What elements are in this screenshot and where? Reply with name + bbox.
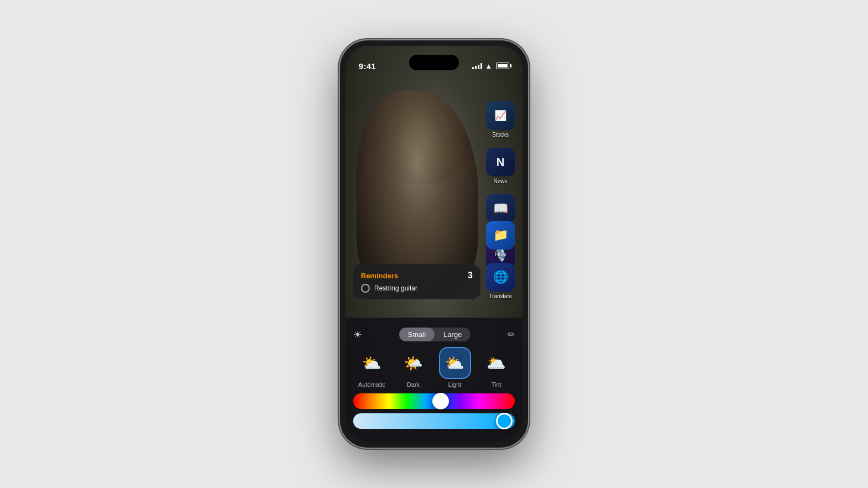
phone-frame: 9:41 ▲ 📈 Stocks xyxy=(340,40,528,448)
automatic-icon-bg[interactable]: ⛅ xyxy=(356,347,388,379)
weather-style-row: ⛅ Automatic 🌤️ Dark ⛅ Light xyxy=(345,344,523,390)
weather-automatic[interactable]: ⛅ Automatic xyxy=(356,347,388,388)
reminder-header: Reminders 3 xyxy=(361,271,473,281)
automatic-icon: ⛅ xyxy=(362,354,381,372)
app-icon-item-news[interactable]: N News xyxy=(486,148,515,184)
reminder-item: Restring guitar xyxy=(361,284,473,293)
bottom-icons-col: 📁 Files 🌐 Translate xyxy=(486,221,515,299)
weather-light[interactable]: ⛅ Light xyxy=(439,347,471,388)
reminder-title: Reminders xyxy=(361,272,398,280)
translate-label: Translate xyxy=(489,293,512,299)
blue-slider[interactable] xyxy=(353,413,515,429)
middle-row: Reminders 3 Restring guitar 📁 Files xyxy=(353,221,515,299)
news-icon-glyph: N xyxy=(497,156,504,169)
blue-thumb[interactable] xyxy=(496,413,513,429)
size-small-label: Small xyxy=(408,330,426,339)
translate-icon-glyph: 🌐 xyxy=(493,270,508,284)
files-app-icon[interactable]: 📁 xyxy=(486,221,515,250)
dynamic-island xyxy=(409,55,459,70)
brightness-icon: ☀ xyxy=(353,329,362,341)
stocks-icon-glyph: 📈 xyxy=(494,110,507,122)
wifi-icon: ▲ xyxy=(485,62,492,70)
app-icon-item-files[interactable]: 📁 Files xyxy=(486,221,515,257)
books-app-icon[interactable]: 📖 xyxy=(486,194,515,223)
translate-app-icon[interactable]: 🌐 xyxy=(486,263,515,292)
weather-dark[interactable]: 🌤️ Dark xyxy=(397,347,430,388)
status-time: 9:41 xyxy=(359,61,376,71)
size-large-option[interactable]: Large xyxy=(435,328,471,341)
light-icon: ⛅ xyxy=(445,354,464,372)
tint-label: Tint xyxy=(492,381,502,388)
dark-icon-bg[interactable]: 🌤️ xyxy=(397,347,430,379)
files-icon-glyph: 📁 xyxy=(493,228,508,242)
app-icon-item-stocks[interactable]: 📈 Stocks xyxy=(486,101,515,138)
reminder-text: Restring guitar xyxy=(374,284,417,292)
tint-icon: 🌥️ xyxy=(487,354,506,372)
size-small-option[interactable]: Small xyxy=(399,328,435,341)
books-icon-glyph: 📖 xyxy=(493,201,508,216)
size-toggle[interactable]: Small Large xyxy=(399,328,471,341)
reminder-widget[interactable]: Reminders 3 Restring guitar xyxy=(353,264,480,299)
rainbow-thumb[interactable] xyxy=(432,393,449,409)
pencil-icon[interactable]: ✏ xyxy=(508,329,515,340)
dark-icon: 🌤️ xyxy=(404,354,423,372)
news-app-icon[interactable]: N xyxy=(486,148,515,176)
news-label: News xyxy=(493,178,507,184)
rainbow-slider[interactable] xyxy=(353,393,515,409)
signal-icon xyxy=(472,63,482,69)
light-label: Light xyxy=(448,381,462,388)
stocks-app-icon[interactable]: 📈 xyxy=(486,101,515,130)
reminder-count: 3 xyxy=(468,271,473,281)
color-sliders xyxy=(345,390,523,431)
phone-screen: 9:41 ▲ 📈 Stocks xyxy=(345,46,523,442)
status-icons: ▲ xyxy=(472,62,509,70)
battery-icon xyxy=(496,63,509,69)
size-large-label: Large xyxy=(443,330,462,339)
bottom-section: ☀ Small Large ✏ ⛅ Automatic xyxy=(345,318,523,442)
app-icon-item-translate[interactable]: 🌐 Translate xyxy=(486,263,515,299)
dark-label: Dark xyxy=(407,381,420,388)
stocks-label: Stocks xyxy=(492,132,509,138)
tint-icon-bg[interactable]: 🌥️ xyxy=(480,347,513,379)
weather-tint[interactable]: 🌥️ Tint xyxy=(480,347,513,388)
size-toggle-row: ☀ Small Large ✏ xyxy=(345,323,523,344)
files-label: Files xyxy=(494,251,506,257)
automatic-label: Automatic xyxy=(358,381,385,388)
light-icon-bg[interactable]: ⛅ xyxy=(439,347,471,379)
reminder-checkbox[interactable] xyxy=(361,284,370,293)
